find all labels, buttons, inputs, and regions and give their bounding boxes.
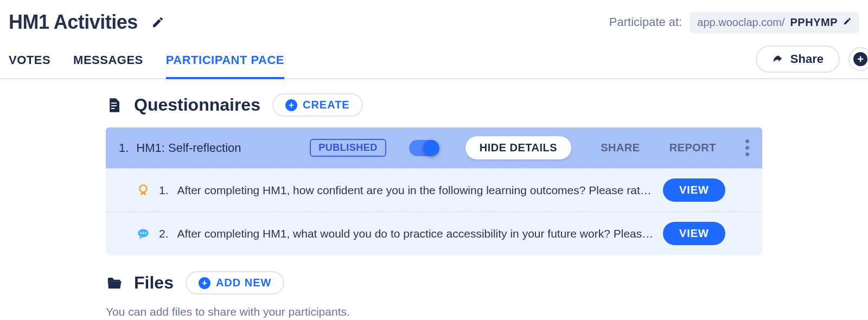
more-menu-icon[interactable] (745, 139, 749, 156)
question-number: 1. (159, 184, 169, 197)
questionnaires-heading: Questionnaires (134, 95, 260, 115)
plus-icon: + (199, 277, 210, 289)
edit-code-icon[interactable] (843, 17, 852, 28)
view-button[interactable]: VIEW (663, 222, 725, 245)
questionnaire-index: 1. (119, 141, 129, 155)
create-label: CREATE (303, 99, 350, 111)
participate-link-box[interactable]: app.wooclap.com/PPHYMP (690, 12, 859, 33)
questionnaire-title: HM1: Self-reflection (136, 141, 241, 155)
edit-title-icon[interactable] (151, 15, 165, 29)
question-text: After completing HM1, how confident are … (177, 184, 654, 197)
participate-at-label: Participate at: (609, 15, 682, 29)
share-button-label: Share (790, 52, 824, 66)
question-row[interactable]: 1. After completing HM1, how confident a… (106, 168, 762, 212)
svg-rect-0 (111, 103, 117, 104)
plus-icon: + (853, 52, 867, 66)
tab-votes[interactable]: VOTES (9, 46, 50, 79)
question-text: After completing HM1, what would you do … (177, 227, 654, 240)
questionnaire-card: 1. HM1: Self-reflection PUBLISHED HIDE D… (106, 127, 762, 255)
questionnaire-header[interactable]: 1. HM1: Self-reflection PUBLISHED HIDE D… (106, 127, 762, 168)
participate-code: PPHYMP (790, 16, 838, 29)
page-title: HM1 Activities (9, 11, 138, 34)
tab-messages[interactable]: MESSAGES (73, 46, 143, 79)
view-button[interactable]: VIEW (663, 178, 725, 202)
question-number: 2. (159, 227, 169, 240)
hide-details-button[interactable]: HIDE DETAILS (465, 136, 571, 159)
question-row[interactable]: 2. After completing HM1, what would you … (106, 212, 762, 255)
publish-toggle[interactable] (409, 140, 438, 156)
svg-point-3 (140, 185, 147, 192)
add-button[interactable]: + (848, 47, 868, 71)
add-file-label: ADD NEW (216, 277, 272, 289)
svg-rect-2 (111, 108, 114, 109)
files-heading: Files (134, 273, 174, 293)
folder-icon (106, 275, 122, 291)
status-badge: PUBLISHED (310, 139, 386, 157)
svg-rect-1 (111, 105, 117, 106)
plus-icon: + (285, 99, 297, 111)
add-file-button[interactable]: + ADD NEW (186, 271, 285, 295)
share-icon (772, 53, 784, 65)
create-questionnaire-button[interactable]: + CREATE (272, 93, 363, 117)
svg-point-7 (145, 232, 146, 234)
report-button[interactable]: REPORT (669, 142, 716, 154)
participate-domain: app.wooclap.com/ (697, 16, 784, 29)
tab-participant-pace[interactable]: PARTICIPANT PACE (166, 46, 284, 79)
files-hint-text: You can add files to share with your par… (106, 305, 762, 318)
tabs: VOTES MESSAGES PARTICIPANT PACE (9, 46, 284, 78)
svg-point-5 (140, 232, 142, 234)
rating-badge-icon (136, 183, 150, 197)
share-button[interactable]: Share (756, 46, 840, 73)
chat-bubble-icon (136, 227, 150, 241)
document-icon (106, 97, 122, 113)
svg-point-6 (143, 232, 144, 234)
share-questionnaire-button[interactable]: SHARE (601, 142, 640, 154)
